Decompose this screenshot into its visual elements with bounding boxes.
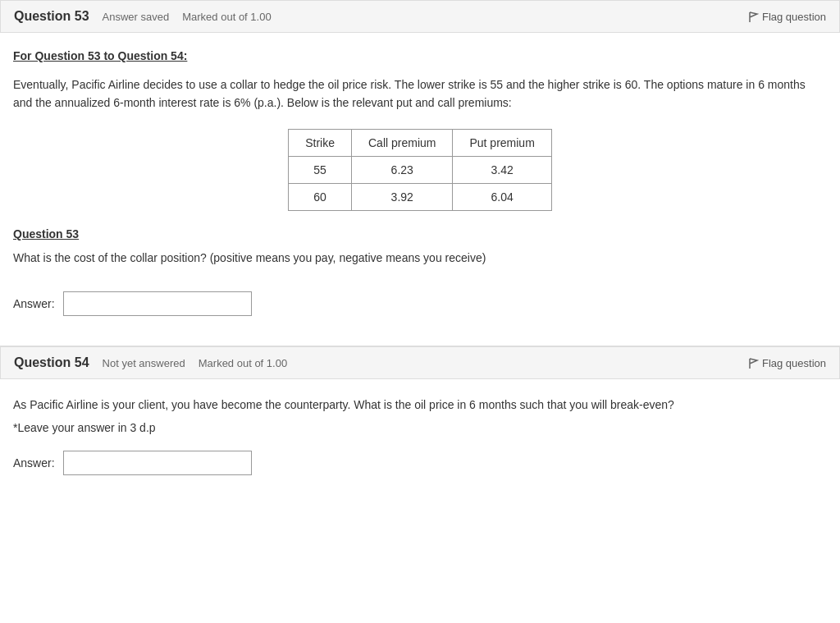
q53-flag-button[interactable]: Flag question xyxy=(749,11,826,23)
table-cell: 6.23 xyxy=(351,156,452,183)
q53-answer-label: Answer: xyxy=(13,297,55,310)
premium-table: Strike Call premium Put premium 55 6.23 … xyxy=(288,129,552,211)
q53-marked: Marked out of 1.00 xyxy=(182,11,271,23)
context-link: For Question 53 to Question 54: xyxy=(13,49,827,62)
q54-header: Question 54 Not yet answered Marked out … xyxy=(0,346,840,379)
separator xyxy=(0,332,840,346)
q54-marked: Marked out of 1.00 xyxy=(199,357,287,369)
q53-answer-row: Answer: xyxy=(13,291,827,316)
table-header-strike: Strike xyxy=(289,129,352,156)
question-context: For Question 53 to Question 54: Eventual… xyxy=(13,49,827,112)
table-row: 60 3.92 6.04 xyxy=(289,183,552,210)
table-row: 55 6.23 3.42 xyxy=(289,156,552,183)
q54-flag-label: Flag question xyxy=(762,357,826,369)
q53-header: Question 53 Answer saved Marked out of 1… xyxy=(0,0,840,33)
q53-number: Question 53 xyxy=(14,9,89,24)
q54-question-text: As Pacific Airline is your client, you h… xyxy=(13,396,827,414)
q54-body: As Pacific Airline is your client, you h… xyxy=(0,379,840,491)
q53-body: For Question 53 to Question 54: Eventual… xyxy=(0,33,840,332)
table-cell: 55 xyxy=(289,156,352,183)
table-cell: 3.42 xyxy=(453,156,551,183)
table-cell: 3.92 xyxy=(351,183,452,210)
table-cell: 60 xyxy=(289,183,352,210)
q54-number: Question 54 xyxy=(14,355,89,370)
table-header-call: Call premium xyxy=(351,129,452,156)
q54-answer-row: Answer: xyxy=(13,451,827,475)
table-header-put: Put premium xyxy=(453,129,551,156)
q54-flag-button[interactable]: Flag question xyxy=(749,357,826,369)
flag-icon xyxy=(749,358,759,368)
flag-icon xyxy=(749,11,759,21)
q54-answer-label: Answer: xyxy=(13,456,55,470)
context-text: Eventually, Pacific Airline decides to u… xyxy=(13,76,827,112)
q53-answer-input[interactable] xyxy=(63,291,252,316)
q53-title: Question 53 xyxy=(13,227,827,240)
q54-status: Not yet answered xyxy=(103,357,185,369)
q53-question-block: Question 53 What is the cost of the coll… xyxy=(13,227,827,267)
q53-flag-label: Flag question xyxy=(762,11,826,23)
q54-answer-input[interactable] xyxy=(63,451,252,475)
q53-question-text: What is the cost of the collar position?… xyxy=(13,249,827,267)
table-cell: 6.04 xyxy=(453,183,551,210)
q53-status: Answer saved xyxy=(103,11,170,23)
q54-note: *Leave your answer in 3 d.p xyxy=(13,421,827,434)
q54-section: Question 54 Not yet answered Marked out … xyxy=(0,346,840,491)
